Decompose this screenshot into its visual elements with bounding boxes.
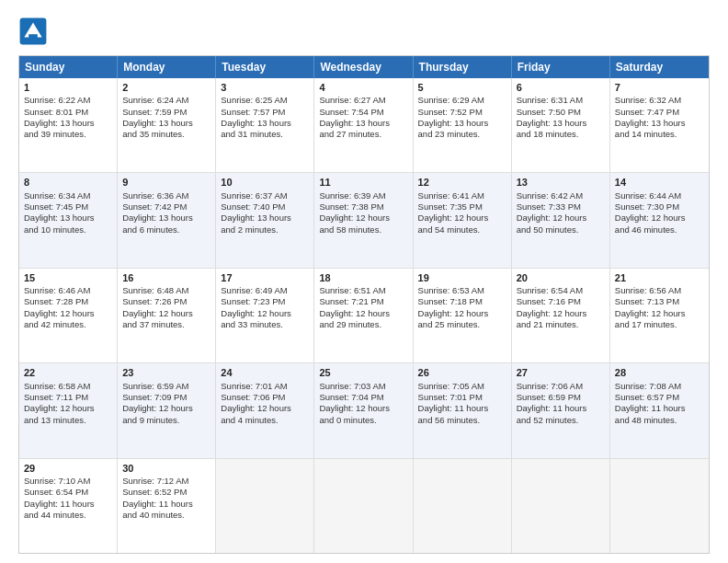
day-info-line: Daylight: 12 hours — [221, 403, 309, 414]
day-info-line: and 31 minutes. — [221, 129, 309, 140]
day-number: 8 — [24, 176, 112, 189]
calendar-cell: 30Sunrise: 7:12 AMSunset: 6:52 PMDayligh… — [118, 459, 216, 553]
day-info-line: Sunrise: 6:59 AM — [122, 381, 210, 392]
day-number: 11 — [319, 176, 407, 189]
day-info-line: Sunset: 7:38 PM — [319, 201, 407, 213]
day-info-line: Sunrise: 6:48 AM — [122, 285, 210, 296]
day-number: 22 — [24, 366, 112, 379]
calendar-cell: 5Sunrise: 6:29 AMSunset: 7:52 PMDaylight… — [414, 78, 512, 172]
day-info-line: Sunset: 6:52 PM — [122, 487, 210, 498]
calendar-cell: 6Sunrise: 6:31 AMSunset: 7:50 PMDaylight… — [512, 78, 610, 172]
day-info-line: Daylight: 11 hours — [24, 499, 112, 510]
day-info-line: and 6 minutes. — [122, 224, 210, 236]
calendar-header: SundayMondayTuesdayWednesdayThursdayFrid… — [19, 56, 709, 78]
day-info-line: Sunset: 7:18 PM — [418, 296, 506, 307]
calendar-row: 1Sunrise: 6:22 AMSunset: 8:01 PMDaylight… — [19, 78, 709, 172]
page: SundayMondayTuesdayWednesdayThursdayFrid… — [0, 0, 728, 563]
day-info-line: and 10 minutes. — [24, 224, 112, 236]
calendar-cell: 23Sunrise: 6:59 AMSunset: 7:09 PMDayligh… — [118, 363, 216, 457]
logo — [18, 17, 50, 46]
day-info-line: Sunrise: 6:27 AM — [319, 95, 407, 106]
day-info-line: Daylight: 11 hours — [615, 403, 704, 414]
day-number: 1 — [24, 81, 112, 94]
day-number: 27 — [517, 366, 605, 379]
day-info-line: Sunrise: 6:44 AM — [615, 190, 704, 201]
day-info-line: Sunset: 7:13 PM — [615, 296, 704, 307]
day-info-line: Sunrise: 7:08 AM — [615, 381, 704, 392]
calendar-cell: 21Sunrise: 6:56 AMSunset: 7:13 PMDayligh… — [610, 269, 709, 362]
day-info-line: Sunset: 7:06 PM — [221, 392, 309, 403]
calendar-header-cell: Thursday — [414, 56, 512, 78]
calendar-body: 1Sunrise: 6:22 AMSunset: 8:01 PMDaylight… — [19, 78, 709, 553]
day-info-line: Sunset: 7:04 PM — [319, 392, 407, 403]
day-info-line: Daylight: 11 hours — [122, 499, 210, 510]
calendar-row: 8Sunrise: 6:34 AMSunset: 7:45 PMDaylight… — [19, 172, 709, 267]
day-info-line: Sunset: 7:09 PM — [122, 392, 210, 403]
day-info-line: and 50 minutes. — [517, 224, 605, 236]
calendar-cell — [314, 459, 413, 553]
calendar-cell: 15Sunrise: 6:46 AMSunset: 7:28 PMDayligh… — [19, 269, 118, 362]
day-number: 5 — [418, 81, 506, 94]
calendar-cell: 22Sunrise: 6:58 AMSunset: 7:11 PMDayligh… — [19, 363, 118, 457]
day-info-line: and 37 minutes. — [122, 319, 210, 330]
day-info-line: Sunset: 6:57 PM — [615, 392, 704, 403]
day-info-line: Daylight: 12 hours — [122, 403, 210, 414]
day-info-line: Daylight: 12 hours — [24, 403, 112, 414]
day-info-line: and 0 minutes. — [319, 415, 407, 426]
day-info-line: and 54 minutes. — [418, 224, 506, 236]
day-info-line: Sunrise: 6:34 AM — [24, 190, 112, 201]
day-number: 19 — [418, 271, 506, 284]
day-number: 15 — [24, 271, 112, 284]
day-info-line: Daylight: 12 hours — [615, 213, 704, 224]
day-info-line: and 21 minutes. — [517, 319, 605, 330]
day-info-line: Daylight: 12 hours — [221, 308, 309, 319]
day-info-line: Sunset: 7:01 PM — [418, 392, 506, 403]
day-number: 23 — [122, 366, 210, 379]
day-info-line: Sunset: 7:47 PM — [615, 107, 704, 118]
calendar-cell: 26Sunrise: 7:05 AMSunset: 7:01 PMDayligh… — [414, 363, 512, 457]
day-info-line: Daylight: 12 hours — [319, 213, 407, 224]
calendar-cell: 27Sunrise: 7:06 AMSunset: 6:59 PMDayligh… — [512, 363, 610, 457]
header — [18, 17, 710, 46]
day-info-line: Daylight: 13 hours — [319, 118, 407, 129]
day-info-line: Sunset: 7:42 PM — [122, 201, 210, 213]
day-number: 10 — [221, 176, 309, 189]
day-info-line: and 48 minutes. — [615, 415, 704, 426]
day-info-line: Daylight: 13 hours — [122, 213, 210, 224]
day-info-line: Daylight: 12 hours — [24, 308, 112, 319]
day-info-line: and 14 minutes. — [615, 129, 704, 140]
day-number: 9 — [122, 176, 210, 189]
day-info-line: Daylight: 11 hours — [517, 403, 605, 414]
day-info-line: Sunrise: 6:58 AM — [24, 381, 112, 392]
day-info-line: Sunrise: 6:24 AM — [122, 95, 210, 106]
calendar-cell: 4Sunrise: 6:27 AMSunset: 7:54 PMDaylight… — [314, 78, 413, 172]
day-info-line: Sunrise: 6:54 AM — [517, 285, 605, 296]
day-number: 18 — [319, 271, 407, 284]
calendar-cell: 19Sunrise: 6:53 AMSunset: 7:18 PMDayligh… — [414, 269, 512, 362]
day-info-line: Sunset: 7:57 PM — [221, 107, 309, 118]
day-info-line: Daylight: 12 hours — [418, 213, 506, 224]
day-info-line: Sunset: 7:23 PM — [221, 296, 309, 307]
calendar-cell — [610, 459, 709, 553]
day-info-line: Sunset: 8:01 PM — [24, 107, 112, 118]
calendar-row: 29Sunrise: 7:10 AMSunset: 6:54 PMDayligh… — [19, 458, 709, 553]
day-info-line: Daylight: 13 hours — [517, 118, 605, 129]
day-info-line: Sunset: 7:11 PM — [24, 392, 112, 403]
day-number: 13 — [517, 176, 605, 189]
day-info-line: Daylight: 13 hours — [24, 118, 112, 129]
day-info-line: Sunset: 7:21 PM — [319, 296, 407, 307]
day-info-line: Sunset: 7:59 PM — [122, 107, 210, 118]
day-info-line: Daylight: 12 hours — [615, 308, 704, 319]
calendar-row: 15Sunrise: 6:46 AMSunset: 7:28 PMDayligh… — [19, 268, 709, 362]
day-info-line: Daylight: 12 hours — [517, 308, 605, 319]
day-info-line: Sunrise: 6:42 AM — [517, 190, 605, 201]
day-info-line: Daylight: 12 hours — [319, 403, 407, 414]
day-info-line: Sunrise: 7:01 AM — [221, 381, 309, 392]
day-info-line: Daylight: 13 hours — [122, 118, 210, 129]
day-info-line: Sunrise: 7:10 AM — [24, 476, 112, 487]
calendar-cell: 12Sunrise: 6:41 AMSunset: 7:35 PMDayligh… — [414, 173, 512, 267]
day-info-line: Sunrise: 7:03 AM — [319, 381, 407, 392]
day-info-line: Sunset: 6:59 PM — [517, 392, 605, 403]
day-info-line: and 25 minutes. — [418, 319, 506, 330]
day-number: 3 — [221, 81, 309, 94]
